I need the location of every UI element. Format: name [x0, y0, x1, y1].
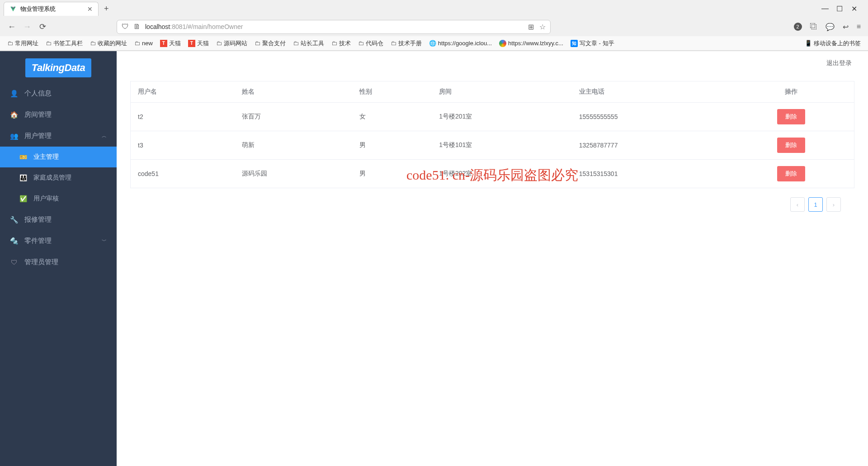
bookmark-label: 写文章 - 知乎 — [580, 39, 614, 48]
notification-badge[interactable]: 2 — [794, 23, 802, 31]
wrench-icon: 🔧 — [10, 216, 18, 224]
bookmark-mobile[interactable]: 📱 移动设备上的书签 — [805, 39, 861, 48]
bookmark-item[interactable]: 🌐https://google.iclou... — [429, 40, 492, 47]
folder-icon: 🗀 — [391, 40, 396, 47]
forward-button[interactable]: → — [23, 22, 32, 32]
bookmark-item[interactable]: 🗀书签工具栏 — [46, 39, 83, 48]
undo-icon[interactable]: ↩ — [843, 23, 849, 31]
users-icon: 👥 — [10, 132, 18, 140]
bookmark-item[interactable]: 🗀源码网站 — [216, 39, 247, 48]
menu-label: 报修管理 — [24, 215, 52, 224]
bookmarks-bar: 🗀常用网址🗀书签工具栏🗀收藏的网址🗀newT天猫T天猫🗀源码网站🗀聚合支付🗀站长… — [0, 36, 868, 51]
sidebar-item-报修管理[interactable]: 🔧报修管理 — [0, 209, 117, 230]
minimize-icon[interactable]: — — [822, 5, 828, 12]
bookmark-label: 技术 — [339, 39, 351, 48]
family-icon: 👨‍👩‍👧 — [19, 174, 27, 181]
window-controls: — ☐ ✕ — [822, 5, 864, 12]
site-icon — [499, 40, 506, 47]
sidebar-item-房间管理[interactable]: 🏠房间管理 — [0, 104, 117, 125]
column-header: 操作 — [728, 81, 854, 103]
reload-button[interactable]: ⟳ — [38, 22, 47, 32]
cell-gender: 男 — [352, 131, 432, 160]
delete-button[interactable]: 删除 — [777, 166, 805, 181]
maximize-icon[interactable]: ☐ — [836, 5, 843, 12]
admin-icon: 🛡 — [10, 258, 18, 266]
pagination-prev[interactable]: ‹ — [790, 197, 805, 212]
url-text: localhost:8081/#/main/homeOwner — [145, 23, 524, 30]
sidebar-item-个人信息[interactable]: 👤个人信息 — [0, 83, 117, 104]
menu-label: 房间管理 — [24, 110, 52, 119]
bookmark-label: 天猫 — [197, 39, 209, 48]
sidebar-subitem-家庭成员管理[interactable]: 👨‍👩‍👧家庭成员管理 — [0, 167, 117, 188]
delete-button[interactable]: 删除 — [777, 109, 805, 124]
bookmark-item[interactable]: 🗀技术手册 — [391, 39, 422, 48]
url-bar-row: ← → ⟳ 🛡 🗎 localhost:8081/#/main/homeOwne… — [0, 17, 868, 36]
menu-label: 业主管理 — [33, 153, 59, 161]
browser-tab[interactable]: 物业管理系统 ✕ — [4, 2, 99, 16]
back-button[interactable]: ← — [7, 22, 16, 32]
tmall-icon: T — [188, 40, 195, 47]
bookmark-item[interactable]: T天猫 — [160, 39, 181, 48]
tab-close-icon[interactable]: ✕ — [87, 5, 93, 13]
menu-label: 用户管理 — [24, 132, 52, 140]
table-row: t2张百万女1号楼201室15555555555删除 — [131, 103, 854, 131]
bookmark-item[interactable]: 🗀聚合支付 — [255, 39, 286, 48]
menu-label: 零件管理 — [24, 237, 52, 245]
sidebar-item-管理员管理[interactable]: 🛡管理员管理 — [0, 252, 117, 273]
cell-phone: 15315315301 — [572, 160, 728, 188]
cell-gender: 女 — [352, 103, 432, 131]
sidebar-subitem-用户审核[interactable]: ✅用户审核 — [0, 188, 117, 209]
cell-username: t3 — [131, 131, 235, 160]
cell-username: code51 — [131, 160, 235, 188]
cell-room: 1号楼202室 — [432, 160, 572, 188]
menu-label: 个人信息 — [24, 89, 52, 98]
url-bar[interactable]: 🛡 🗎 localhost:8081/#/main/homeOwner ⊞ ☆ — [117, 20, 551, 34]
close-window-icon[interactable]: ✕ — [851, 5, 857, 12]
delete-button[interactable]: 删除 — [777, 138, 805, 153]
menu-icon[interactable]: ≡ — [857, 23, 861, 31]
sidebar-item-用户管理[interactable]: 👥用户管理︿ — [0, 125, 117, 147]
cell-room: 1号楼101室 — [432, 131, 572, 160]
sidebar-subitem-业主管理[interactable]: 🎫业主管理 — [0, 147, 117, 167]
bookmark-item[interactable]: https://www.lzlxyy.c... — [499, 40, 563, 47]
bookmark-item[interactable]: 🗀收藏的网址 — [90, 39, 127, 48]
bookmark-label: new — [142, 40, 153, 47]
folder-icon: 🗀 — [331, 40, 337, 47]
cell-name: 萌新 — [235, 131, 352, 160]
bookmark-star-icon[interactable]: ☆ — [539, 23, 546, 31]
bookmark-item[interactable]: 知写文章 - 知乎 — [571, 39, 614, 48]
pagination-page-1[interactable]: 1 — [808, 197, 823, 212]
site-info-icon: 🗎 — [133, 23, 141, 31]
sidebar-item-零件管理[interactable]: 🔩零件管理﹀ — [0, 230, 117, 252]
owner-table: 用户名姓名性别房间业主电话操作 t2张百万女1号楼201室15555555555… — [130, 81, 854, 188]
bookmark-label: 移动设备上的书签 — [814, 39, 861, 48]
sidebar: TalkingData 👤个人信息🏠房间管理👥用户管理︿🎫业主管理👨‍👩‍👧家庭… — [0, 51, 117, 466]
toolbar-right: 2 ⿻ 💬 ↩ ≡ — [794, 23, 861, 31]
bookmark-item[interactable]: 🗀常用网址 — [7, 39, 38, 48]
bookmark-item[interactable]: T天猫 — [188, 39, 209, 48]
bookmark-item[interactable]: 🗀new — [134, 40, 153, 47]
badge-icon: 🎫 — [19, 153, 27, 161]
main-content: 退出登录 用户名姓名性别房间业主电话操作 t2张百万女1号楼201室155555… — [117, 51, 868, 466]
chat-icon[interactable]: 💬 — [826, 23, 835, 31]
browser-chrome: 物业管理系统 ✕ + — ☐ ✕ ← → ⟳ 🛡 🗎 localhost:808… — [0, 0, 868, 51]
logout-button[interactable]: 退出登录 — [826, 59, 852, 67]
cell-username: t2 — [131, 103, 235, 131]
bookmark-label: 聚合支付 — [262, 39, 286, 48]
tab-title: 物业管理系统 — [20, 5, 84, 13]
folder-icon: 🗀 — [134, 40, 140, 47]
chevron-down-icon: ﹀ — [102, 238, 107, 244]
menu-label: 用户审核 — [33, 195, 59, 203]
new-tab-button[interactable]: + — [104, 4, 109, 14]
cell-actions: 删除 — [728, 131, 854, 160]
bookmark-item[interactable]: 🗀站长工具 — [293, 39, 324, 48]
bookmark-item[interactable]: 🗀技术 — [331, 39, 351, 48]
bookmark-label: 站长工具 — [301, 39, 324, 48]
crop-icon[interactable]: ⿻ — [810, 23, 817, 31]
pagination-next[interactable]: › — [826, 197, 841, 212]
bookmark-item[interactable]: 🗀代码仓 — [358, 39, 383, 48]
content-area: 用户名姓名性别房间业主电话操作 t2张百万女1号楼201室15555555555… — [117, 76, 868, 226]
qr-icon[interactable]: ⊞ — [528, 23, 534, 31]
pagination: ‹ 1 › — [130, 188, 854, 221]
shield-icon: 🛡 — [122, 23, 129, 31]
